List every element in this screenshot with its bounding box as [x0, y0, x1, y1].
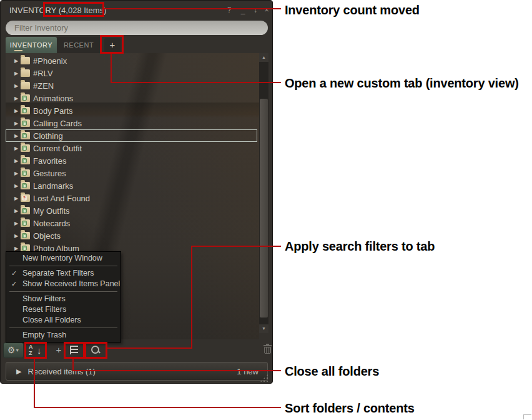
folder-icon: [21, 69, 30, 77]
annotation-box-search: [84, 342, 107, 359]
folder-icon: [21, 157, 30, 164]
tab-recent[interactable]: RECENT: [57, 37, 101, 54]
folder-icon: [21, 94, 30, 102]
expand-arrow-icon[interactable]: ▶: [14, 58, 21, 64]
folder-label: #Phoenix: [33, 56, 67, 66]
checkmark-icon: ✓: [11, 279, 17, 289]
annotation-line-sort-h: [34, 407, 281, 408]
received-items-label: Received items (1): [27, 367, 95, 376]
expand-arrow-icon[interactable]: ▶: [14, 246, 21, 251]
system-folder-hand-icon: [22, 183, 27, 188]
scrollbar-thumb[interactable]: [260, 99, 268, 318]
annotation-box-list: [64, 342, 85, 359]
system-folder-hand-icon: [22, 108, 27, 113]
menu-item-reset-filters[interactable]: Reset Filters: [6, 304, 121, 315]
folder-icon: ?: [21, 194, 30, 202]
annotation-line-count: [104, 8, 281, 9]
folder-row-calling-cards[interactable]: ▶Calling Cards: [6, 117, 259, 129]
folder-icon: [21, 169, 30, 177]
folder-icon: [21, 219, 30, 227]
title-bar[interactable]: INVENTORY (4,028 Items) ? _ ↕ ×: [1, 1, 272, 19]
menu-item-separate-text-filters[interactable]: ✓Separate Text Filters: [6, 268, 121, 279]
expand-arrow-icon[interactable]: ▶: [14, 233, 21, 239]
annotation-line-list-h: [72, 370, 281, 371]
help-icon[interactable]: ?: [224, 5, 234, 15]
add-button[interactable]: +: [53, 342, 64, 358]
expand-arrow-icon[interactable]: ▶: [14, 108, 21, 114]
minimize-icon[interactable]: _: [238, 5, 248, 15]
scroll-up-icon[interactable]: ▲: [259, 53, 268, 62]
gear-options-button[interactable]: ⚙▼: [3, 342, 24, 358]
expand-arrow-icon[interactable]: ▶: [14, 158, 21, 164]
expand-arrow-icon[interactable]: ▶: [14, 133, 21, 139]
folder-row-rlv[interactable]: ▶#RLV: [6, 67, 259, 79]
menu-item-empty-trash[interactable]: Empty Trash: [6, 330, 121, 341]
tree-scrollbar[interactable]: ▲ ▼: [259, 53, 268, 333]
folder-icon: [21, 207, 30, 214]
system-folder-hand-icon: [22, 146, 27, 151]
expand-arrow-icon[interactable]: ▶: [14, 96, 21, 101]
folder-row-animations[interactable]: ▶Animations: [6, 92, 259, 104]
folder-row-my-outfits[interactable]: ▶My Outfits: [6, 204, 259, 217]
folder-label: Lost And Found: [33, 194, 90, 203]
close-icon[interactable]: ×: [262, 5, 272, 15]
folder-label: Favorites: [33, 156, 66, 166]
folder-icon: [21, 144, 30, 152]
folder-row-phoenix[interactable]: ▶#Phoenix: [6, 54, 259, 67]
expand-arrow-icon[interactable]: ▶: [14, 146, 21, 151]
expand-arrow-icon[interactable]: ▶: [14, 171, 21, 176]
folder-icon: [21, 232, 30, 239]
received-items-badge: 1 new: [237, 367, 259, 376]
folder-row-lost-and-found[interactable]: ▶?Lost And Found: [6, 192, 259, 204]
folder-icon: [21, 182, 30, 189]
folder-row-notecards[interactable]: ▶Notecards: [6, 217, 259, 229]
tearoff-icon[interactable]: ↕: [250, 5, 260, 15]
system-folder-hand-icon: [22, 158, 27, 163]
folder-label: Notecards: [33, 219, 70, 228]
expand-arrow-icon[interactable]: ▶: [14, 221, 21, 226]
expand-arrow-icon[interactable]: ▶: [16, 368, 21, 376]
menu-item-show-filters[interactable]: Show Filters: [6, 294, 121, 304]
folder-row-current-outfit[interactable]: ▶Current Outfit: [6, 142, 259, 154]
folder-row-zen[interactable]: ▶#ZEN: [6, 79, 259, 92]
annotation-label-count: Inventory count moved: [285, 2, 420, 18]
scroll-down-icon[interactable]: ▼: [259, 324, 268, 333]
annotation-label-search: Apply search filters to tab: [285, 239, 435, 254]
folder-label: #RLV: [33, 69, 53, 78]
menu-separator: [9, 328, 117, 328]
caret-down-icon: ▼: [15, 348, 19, 352]
expand-arrow-icon[interactable]: ▶: [14, 83, 21, 89]
folder-label: Clothing: [33, 131, 63, 141]
folder-label: Gestures: [33, 169, 66, 178]
trash-icon[interactable]: [263, 344, 272, 355]
folder-row-gestures[interactable]: ▶Gestures: [6, 167, 259, 179]
folder-icon: [21, 119, 30, 127]
menu-item-new-inventory-window[interactable]: New Inventory Window: [6, 253, 121, 264]
menu-item-close-all-folders[interactable]: Close All Folders: [6, 315, 121, 326]
annotation-line-search-v: [191, 246, 192, 349]
system-folder-hand-icon: [22, 208, 27, 213]
expand-arrow-icon[interactable]: ▶: [14, 208, 21, 214]
annotation-line-search-h: [191, 246, 281, 247]
system-folder-hand-icon: [22, 133, 27, 138]
folder-label: Calling Cards: [33, 119, 82, 128]
folder-row-landmarks[interactable]: ▶Landmarks: [6, 179, 259, 192]
filter-inventory-input[interactable]: [6, 21, 268, 35]
tab-inventory[interactable]: INVENTORY: [6, 37, 57, 54]
checkmark-icon: ✓: [11, 268, 17, 279]
folder-row-objects[interactable]: ▶Objects: [6, 229, 259, 242]
expand-arrow-icon[interactable]: ▶: [14, 121, 21, 126]
folder-label: Landmarks: [33, 181, 73, 191]
folder-row-favorites[interactable]: ▶Favorites: [6, 154, 259, 167]
menu-item-show-received-items-panel[interactable]: ✓Show Received Items Panel: [6, 279, 121, 289]
folder-row-body-parts[interactable]: ▶Body Parts: [6, 104, 259, 117]
expand-arrow-icon[interactable]: ▶: [14, 71, 21, 76]
folder-label: #ZEN: [33, 81, 54, 91]
received-items-panel[interactable]: ▶ Received items (1) 1 new: [6, 362, 268, 381]
folder-label: Objects: [33, 231, 61, 241]
active-tab-underline: [14, 50, 22, 51]
expand-arrow-icon[interactable]: ▶: [14, 183, 21, 189]
folder-row-clothing[interactable]: ▶Clothing: [6, 129, 257, 142]
system-folder-hand-icon: [22, 246, 27, 251]
expand-arrow-icon[interactable]: ▶: [14, 196, 21, 201]
